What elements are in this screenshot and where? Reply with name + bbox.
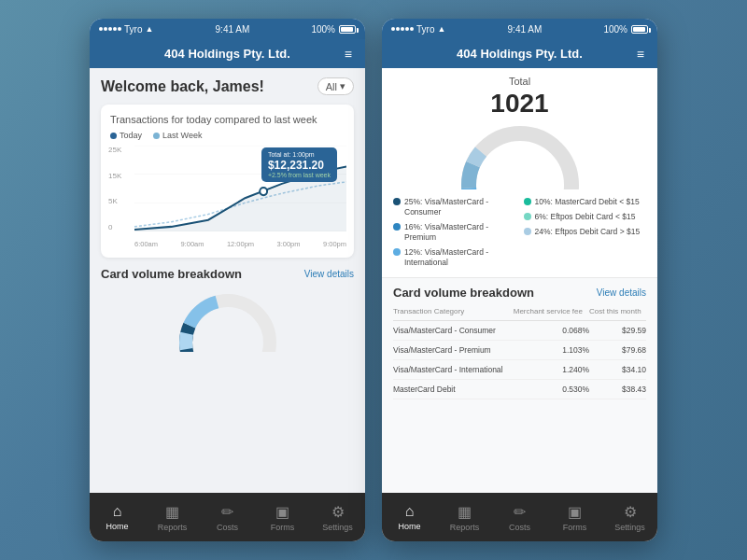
home-icon-1: ⌂ (113, 503, 122, 520)
nav-forms-label-1: Forms (271, 523, 295, 532)
carrier-1: Tyro (124, 24, 142, 35)
legend-entry-r1: 6%: Eftpos Debit Card < $15 (524, 212, 647, 222)
nav-home-label-2: Home (398, 522, 420, 531)
nav-settings-1[interactable]: ⚙ Settings (310, 493, 365, 541)
row-1-fee: 1.103% (514, 341, 589, 360)
breakdown-section: Card volume breakdown View details Trans… (382, 278, 657, 493)
nav-reports-1[interactable]: ▦ Reports (145, 493, 200, 541)
legend-bullet-1 (393, 223, 401, 231)
breakdown-view-details[interactable]: View details (597, 287, 646, 298)
nav-home-2[interactable]: ⌂ Home (382, 493, 437, 541)
y-label-25k: 25K (108, 146, 132, 154)
nav-forms-1[interactable]: ▣ Forms (255, 493, 310, 541)
battery-icon-1 (339, 25, 356, 34)
row-3-cost: $38.43 (589, 380, 646, 399)
today-dot-icon (110, 133, 117, 139)
chart-x-labels: 6:00am 9:00am 12:00pm 3:00pm 9:00pm (134, 240, 346, 248)
nav-costs-1[interactable]: ✏ Costs (200, 493, 255, 541)
all-filter-label: All (326, 81, 337, 92)
nav-forms-2[interactable]: ▣ Forms (547, 493, 602, 541)
col-header-cost: Cost this month (589, 307, 646, 321)
legend-text-1: 16%: Visa/MasterCard - Premium (404, 222, 516, 243)
legend-text-2: 12%: Visa/MasterCard - International (404, 247, 516, 268)
phone-1: Tyro ▲ 9:41 AM 100% 404 Holdings Pty. Lt… (90, 19, 365, 541)
x-label-9am: 9:00am (180, 240, 204, 248)
donut-total-label: Total (509, 76, 530, 87)
tooltip-change: +2.5% from last week (268, 172, 331, 178)
legend-bullet-r1 (524, 213, 531, 220)
donut-legend: 25%: Visa/MasterCard - Consumer 16%: Vis… (393, 197, 646, 268)
legend-lastweek: Last Week (153, 131, 202, 140)
legend-text-r1: 6%: Eftpos Debit Card < $15 (535, 212, 636, 222)
menu-icon-2[interactable]: ≡ (637, 47, 644, 62)
nav-costs-label-2: Costs (509, 523, 530, 532)
legend-bullet-r2 (524, 228, 531, 235)
svg-point-11 (469, 133, 571, 189)
chart-legend: Today Last Week (110, 131, 345, 140)
row-1-cost: $79.68 (589, 341, 646, 360)
nav-forms-label-2: Forms (563, 523, 587, 532)
legend-entry-r2: 24%: Eftpos Debit Card > $15 (524, 227, 647, 237)
legend-entry-2: 12%: Visa/MasterCard - International (393, 247, 516, 268)
row-3-category: MasterCard Debit (393, 380, 514, 399)
app-header-1: 404 Holdings Pty. Ltd. ≡ (90, 39, 365, 68)
phones-container: Tyro ▲ 9:41 AM 100% 404 Holdings Pty. Lt… (90, 19, 657, 541)
donut-legend-left: 25%: Visa/MasterCard - Consumer 16%: Vis… (393, 197, 516, 268)
dropdown-arrow-icon: ▾ (340, 80, 345, 92)
row-0-cost: $29.59 (589, 321, 646, 341)
battery-pct-1: 100% (311, 24, 335, 35)
card-volume-view-details[interactable]: View details (304, 269, 354, 279)
nav-settings-2[interactable]: ⚙ Settings (602, 493, 657, 541)
nav-settings-label-1: Settings (322, 523, 353, 532)
menu-icon-1[interactable]: ≡ (345, 47, 352, 62)
nav-costs-label-1: Costs (217, 523, 238, 532)
breakdown-table: Transaction Category Merchant service fe… (393, 307, 646, 399)
breakdown-row-0: Visa/MasterCard - Consumer 0.068% $29.59 (393, 321, 646, 341)
tooltip-amount: $12,231.20 (268, 159, 331, 172)
legend-text-r0: 10%: MasterCard Debit < $15 (535, 197, 640, 207)
chart-y-labels: 25K 15K 5K 0 (108, 146, 132, 231)
welcome-text: Welcome back, James! (101, 78, 264, 95)
bottom-nav-1: ⌂ Home ▦ Reports ✏ Costs ▣ Forms ⚙ Setti… (90, 493, 365, 541)
row-1-category: Visa/MasterCard - Premium (393, 341, 514, 360)
breakdown-row-1: Visa/MasterCard - Premium 1.103% $79.68 (393, 341, 646, 360)
nav-home-1[interactable]: ⌂ Home (90, 493, 145, 541)
legend-bullet-2 (393, 248, 401, 256)
row-2-fee: 1.240% (514, 360, 589, 380)
col-header-fee: Merchant service fee (514, 307, 589, 321)
battery-icon-2 (631, 25, 648, 34)
status-right-1: 100% (311, 24, 356, 35)
battery-pct-2: 100% (603, 24, 627, 35)
nav-costs-2[interactable]: ✏ Costs (492, 493, 547, 541)
chart-area: Total at: 1:00pm $12,231.20 +2.5% from l… (108, 146, 346, 248)
all-filter-dropdown[interactable]: All ▾ (317, 77, 354, 95)
wifi-icon-2: ▲ (437, 24, 445, 34)
nav-reports-label-2: Reports (450, 523, 480, 532)
settings-icon-2: ⚙ (624, 503, 637, 521)
forms-icon-2: ▣ (568, 503, 582, 521)
breakdown-header: Card volume breakdown View details (393, 286, 646, 300)
nav-reports-2[interactable]: ▦ Reports (437, 493, 492, 541)
row-0-fee: 0.068% (514, 321, 589, 341)
costs-icon-2: ✏ (514, 503, 526, 521)
header-title-2: 404 Holdings Pty. Ltd. (457, 47, 583, 61)
y-label-5k: 5K (108, 197, 132, 205)
welcome-row: Welcome back, James! All ▾ (101, 77, 354, 95)
time-1: 9:41 AM (216, 24, 250, 35)
phone-2: Tyro ▲ 9:41 AM 100% 404 Holdings Pty. Lt… (382, 19, 657, 541)
costs-icon-1: ✏ (221, 503, 233, 521)
header-title-1: 404 Holdings Pty. Ltd. (164, 47, 290, 61)
donut-section: Total 1021 25%: (382, 68, 657, 278)
reports-icon-2: ▦ (458, 503, 472, 521)
legend-entry-1: 16%: Visa/MasterCard - Premium (393, 222, 516, 243)
legend-today: Today (110, 131, 142, 140)
breakdown-row-2: Visa/MasterCard - International 1.240% $… (393, 360, 646, 380)
card-volume-section: Card volume breakdown View details (101, 267, 354, 352)
chart-tooltip: Total at: 1:00pm $12,231.20 +2.5% from l… (261, 147, 337, 182)
phone1-content: Welcome back, James! All ▾ Transactions … (90, 68, 365, 493)
forms-icon-1: ▣ (275, 503, 289, 521)
x-label-9pm: 9:00pm (323, 240, 346, 248)
legend-entry-r0: 10%: MasterCard Debit < $15 (524, 197, 647, 207)
time-2: 9:41 AM (508, 24, 543, 35)
home-icon-2: ⌂ (405, 503, 415, 520)
